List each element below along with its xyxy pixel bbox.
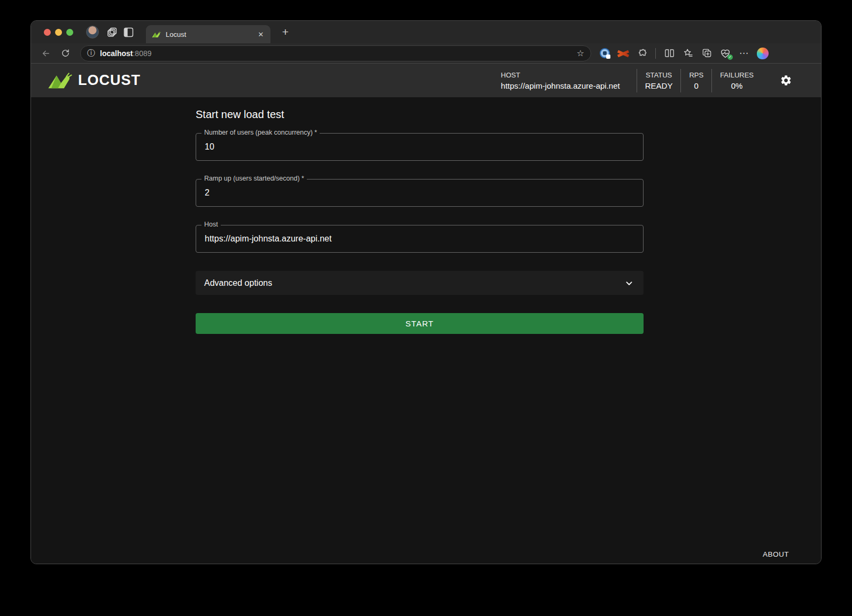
locust-app-header: LOCUST HOST https://apim-johnsta.azure-a… <box>31 64 821 97</box>
users-field-label-text: Number of users (peak concurrency) <box>204 129 313 136</box>
chevron-down-icon <box>623 277 635 289</box>
required-asterisk: * <box>313 129 317 136</box>
settings-gear-icon[interactable] <box>777 72 794 89</box>
locust-favicon <box>152 31 161 38</box>
page-content: Start new load test Number of users (pea… <box>31 97 821 564</box>
locust-logo-icon <box>48 72 72 89</box>
browser-toolbar: ⓘ localhost:8089 ☆ ✓ ⋯ <box>31 43 821 64</box>
workspaces-icon[interactable] <box>104 24 120 40</box>
brand-wordmark: LOCUST <box>78 72 141 89</box>
stat-host-value: https://apim-johnsta.azure-api.net <box>501 81 620 90</box>
favorites-icon[interactable] <box>681 46 695 60</box>
ramp-up-field-label: Ramp up (users started/second) * <box>202 175 307 182</box>
reload-icon[interactable] <box>58 46 73 61</box>
stat-failures-value: 0% <box>731 81 743 90</box>
advanced-options-label: Advanced options <box>204 278 272 288</box>
profile-avatar[interactable] <box>86 26 99 38</box>
x-extension-icon[interactable] <box>616 46 630 60</box>
advanced-options-accordion[interactable]: Advanced options <box>196 271 644 295</box>
back-icon[interactable] <box>38 46 53 61</box>
ramp-up-field[interactable]: Ramp up (users started/second) * 2 <box>196 179 644 207</box>
settings-more-icon[interactable]: ⋯ <box>737 46 751 60</box>
traffic-lights <box>31 29 81 36</box>
url-port: :8089 <box>133 49 151 58</box>
ramp-up-field-value[interactable]: 2 <box>196 188 643 198</box>
start-button[interactable]: START <box>196 313 644 334</box>
tab-title: Locust <box>166 30 255 38</box>
host-field-label-text: Host <box>204 221 218 228</box>
stat-status-label: STATUS <box>646 71 672 79</box>
new-load-test-form: Start new load test Number of users (pea… <box>196 108 644 334</box>
toolbar-extensions: ✓ ⋯ <box>598 46 770 60</box>
stat-rps: RPS 0 <box>689 71 703 90</box>
host-field[interactable]: Host https://apim-johnsta.azure-api.net <box>196 225 644 253</box>
toolbar-divider <box>655 48 656 59</box>
stat-rps-value: 0 <box>694 81 699 90</box>
extensions-puzzle-icon[interactable] <box>635 46 649 60</box>
close-window-button[interactable] <box>44 29 51 36</box>
stats-divider <box>680 69 681 92</box>
browser-essentials-icon[interactable]: ✓ <box>718 46 732 60</box>
ramp-up-field-label-text: Ramp up (users started/second) <box>204 175 300 182</box>
vertical-tabs-icon[interactable] <box>120 24 136 40</box>
stat-host: HOST https://apim-johnsta.azure-api.net <box>501 71 629 90</box>
tab-close-icon[interactable]: ✕ <box>255 29 266 40</box>
host-field-value[interactable]: https://apim-johnsta.azure-api.net <box>196 234 643 244</box>
zoom-window-button[interactable] <box>66 29 73 36</box>
locust-brand[interactable]: LOCUST <box>48 72 141 89</box>
copilot-icon[interactable] <box>756 46 770 60</box>
stat-status-value: READY <box>645 81 673 90</box>
bookmark-star-icon[interactable]: ☆ <box>575 48 586 58</box>
stat-status: STATUS READY <box>645 71 673 90</box>
url-host: localhost <box>100 49 133 58</box>
site-info-icon[interactable]: ⓘ <box>87 48 95 58</box>
users-field[interactable]: Number of users (peak concurrency) * 10 <box>196 133 644 161</box>
tab-bar: Locust ✕ + <box>31 21 821 43</box>
collections-icon[interactable] <box>700 46 714 60</box>
required-asterisk: * <box>300 175 304 182</box>
browser-window: Locust ✕ + ⓘ localhost:8089 ☆ <box>30 20 822 564</box>
essentials-check-badge: ✓ <box>727 54 733 60</box>
page-title: Start new load test <box>196 108 644 121</box>
stat-rps-label: RPS <box>689 71 703 79</box>
host-field-label: Host <box>202 221 221 228</box>
tab-locust[interactable]: Locust ✕ <box>146 25 270 43</box>
timer-extension-icon[interactable] <box>598 46 611 60</box>
stat-failures: FAILURES 0% <box>720 71 754 90</box>
stats-divider <box>637 69 637 92</box>
url-text[interactable]: localhost:8089 <box>100 49 575 58</box>
stat-failures-label: FAILURES <box>720 71 754 79</box>
split-screen-icon[interactable] <box>662 46 676 60</box>
stats-divider <box>711 69 712 92</box>
address-bar[interactable]: ⓘ localhost:8089 ☆ <box>80 45 591 61</box>
header-stats: HOST https://apim-johnsta.azure-api.net … <box>501 69 754 92</box>
users-field-label: Number of users (peak concurrency) * <box>202 129 320 136</box>
about-link[interactable]: ABOUT <box>763 550 789 558</box>
minimize-window-button[interactable] <box>55 29 62 36</box>
stat-host-label: HOST <box>501 71 520 79</box>
new-tab-button[interactable]: + <box>278 25 293 40</box>
users-field-value[interactable]: 10 <box>196 142 643 152</box>
